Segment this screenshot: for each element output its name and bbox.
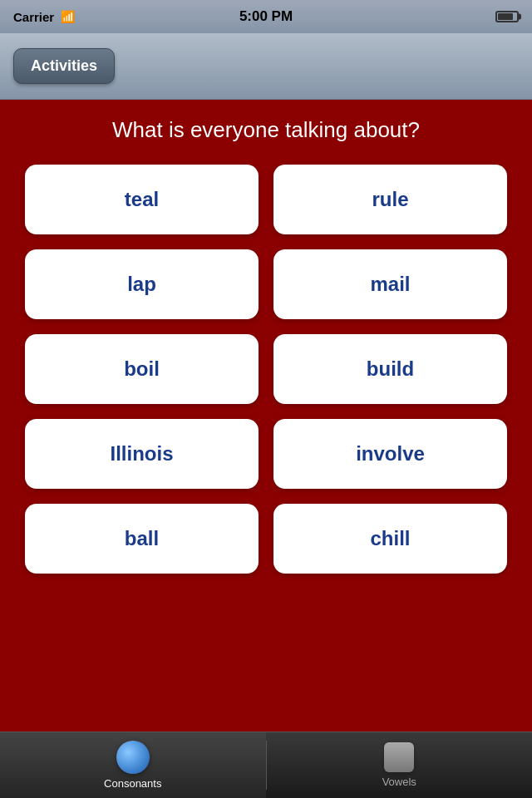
word-button-w1[interactable]: teal <box>25 165 259 234</box>
main-content: What is everyone talking about? tealrule… <box>0 100 532 732</box>
carrier-label: Carrier <box>13 10 54 24</box>
vowels-icon <box>384 742 414 772</box>
status-time: 5:00 PM <box>239 8 293 25</box>
word-button-w8[interactable]: involve <box>273 419 507 489</box>
consonants-label: Consonants <box>104 777 161 790</box>
question-text: What is everyone talking about? <box>112 116 420 145</box>
activities-button[interactable]: Activities <box>13 48 115 84</box>
battery-icon <box>495 11 519 22</box>
tab-vowels[interactable]: Vowels <box>267 732 533 798</box>
word-grid: tealrulelapmailboilbuildIllinoisinvolveb… <box>25 165 507 574</box>
word-button-w4[interactable]: mail <box>273 249 507 319</box>
wifi-icon: 📶 <box>61 10 75 23</box>
vowels-label: Vowels <box>382 776 416 788</box>
word-button-w3[interactable]: lap <box>25 249 259 319</box>
word-button-w9[interactable]: ball <box>25 504 259 574</box>
status-bar: Carrier 📶 5:00 PM <box>0 0 532 33</box>
status-left: Carrier 📶 <box>13 10 75 24</box>
battery-fill <box>498 13 513 20</box>
battery-container <box>495 11 519 22</box>
tab-bar: Consonants Vowels <box>0 732 532 798</box>
tab-consonants[interactable]: Consonants <box>0 732 266 798</box>
word-button-w7[interactable]: Illinois <box>25 419 259 489</box>
consonants-icon <box>116 741 150 774</box>
word-button-w5[interactable]: boil <box>25 334 259 404</box>
nav-bar: Activities <box>0 33 532 100</box>
word-button-w2[interactable]: rule <box>273 165 507 234</box>
word-button-w10[interactable]: chill <box>273 504 507 574</box>
word-button-w6[interactable]: build <box>273 334 507 404</box>
